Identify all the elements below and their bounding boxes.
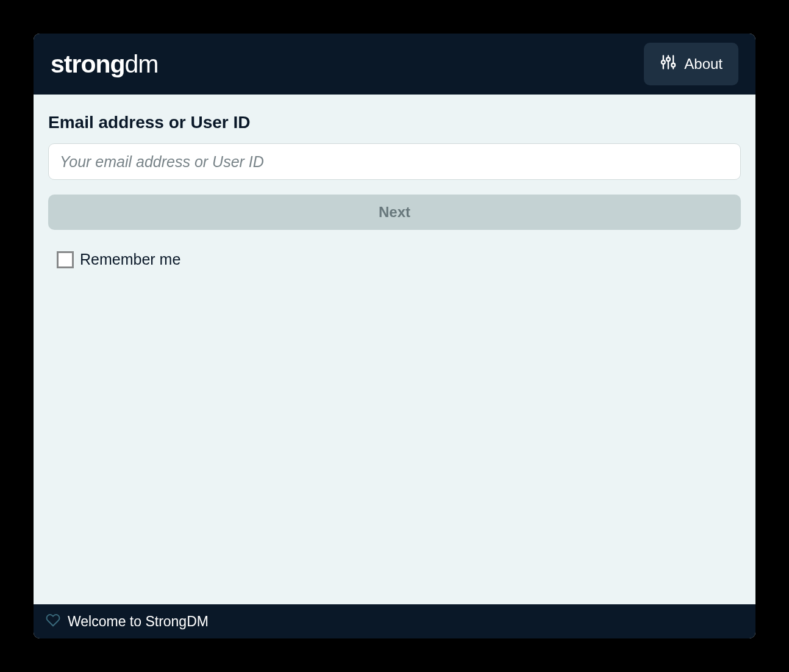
- heart-icon: [46, 613, 60, 630]
- svg-point-1: [662, 60, 665, 64]
- svg-point-4: [666, 57, 670, 61]
- app-window: strongdm About Email address or User: [34, 34, 755, 638]
- remember-me-row: Remember me: [48, 251, 741, 268]
- svg-point-7: [672, 63, 676, 67]
- email-label: Email address or User ID: [48, 113, 741, 132]
- logo: strongdm: [51, 50, 159, 79]
- next-button[interactable]: Next: [48, 195, 741, 230]
- remember-me-checkbox[interactable]: [57, 251, 74, 268]
- footer: Welcome to StrongDM: [34, 604, 755, 638]
- remember-me-label: Remember me: [80, 251, 180, 268]
- logo-dm-text: dm: [125, 50, 159, 79]
- footer-welcome-text: Welcome to StrongDM: [68, 613, 209, 630]
- about-button[interactable]: About: [644, 43, 738, 85]
- logo-strong-text: strong: [51, 50, 125, 79]
- about-button-label: About: [684, 55, 723, 73]
- header: strongdm About: [34, 34, 755, 95]
- email-input[interactable]: [48, 143, 741, 180]
- main-content: Email address or User ID Next Remember m…: [34, 95, 755, 604]
- sliders-icon: [660, 54, 677, 74]
